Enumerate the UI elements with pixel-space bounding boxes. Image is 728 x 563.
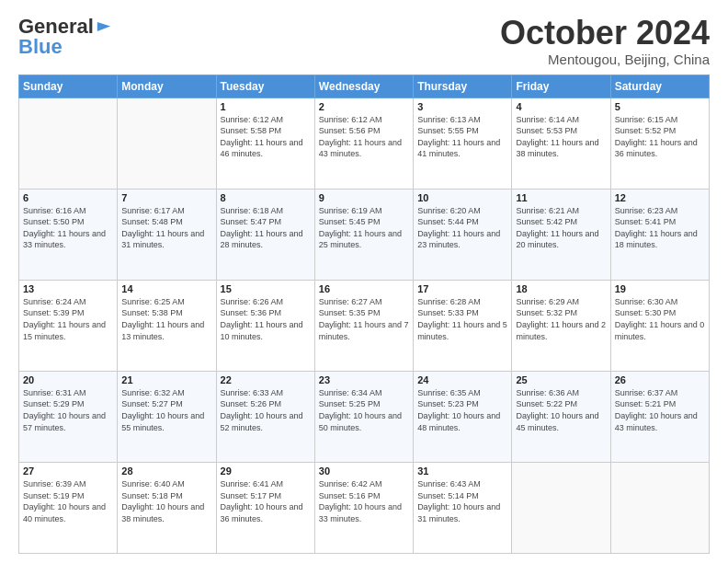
day-info: Sunrise: 6:35 AM Sunset: 5:23 PM Dayligh…	[417, 387, 507, 433]
day-info: Sunrise: 6:16 AM Sunset: 5:50 PM Dayligh…	[23, 205, 113, 251]
day-number: 11	[516, 192, 606, 203]
day-number: 9	[319, 192, 409, 203]
title-area: October 2024 Mentougou, Beijing, China	[500, 15, 710, 67]
day-number: 18	[516, 283, 606, 294]
day-number: 31	[417, 465, 507, 477]
day-info: Sunrise: 6:19 AM Sunset: 5:45 PM Dayligh…	[319, 205, 409, 251]
calendar-cell: 30Sunrise: 6:42 AM Sunset: 5:16 PM Dayli…	[314, 462, 413, 553]
day-info: Sunrise: 6:41 AM Sunset: 5:17 PM Dayligh…	[221, 478, 311, 524]
day-info: Sunrise: 6:42 AM Sunset: 5:16 PM Dayligh…	[319, 478, 409, 524]
day-info: Sunrise: 6:25 AM Sunset: 5:38 PM Dayligh…	[121, 296, 211, 342]
calendar-cell	[19, 98, 118, 189]
calendar-cell: 10Sunrise: 6:20 AM Sunset: 5:44 PM Dayli…	[414, 189, 512, 280]
day-number: 20	[23, 374, 113, 385]
calendar-cell: 3Sunrise: 6:13 AM Sunset: 5:55 PM Daylig…	[414, 98, 512, 189]
day-info: Sunrise: 6:27 AM Sunset: 5:35 PM Dayligh…	[319, 296, 409, 342]
header: General Blue October 2024 Mentougou, Bei…	[18, 15, 710, 67]
day-number: 3	[417, 101, 507, 112]
calendar-cell: 28Sunrise: 6:40 AM Sunset: 5:18 PM Dayli…	[118, 462, 216, 553]
day-number: 23	[319, 374, 409, 385]
calendar-cell: 22Sunrise: 6:33 AM Sunset: 5:26 PM Dayli…	[216, 371, 314, 462]
calendar-cell: 9Sunrise: 6:19 AM Sunset: 5:45 PM Daylig…	[314, 189, 413, 280]
day-info: Sunrise: 6:24 AM Sunset: 5:39 PM Dayligh…	[23, 296, 113, 342]
weekday-wednesday: Wednesday	[314, 75, 413, 98]
day-info: Sunrise: 6:15 AM Sunset: 5:52 PM Dayligh…	[615, 114, 705, 160]
calendar-table: SundayMondayTuesdayWednesdayThursdayFrid…	[18, 75, 710, 554]
week-row-4: 20Sunrise: 6:31 AM Sunset: 5:29 PM Dayli…	[19, 371, 710, 462]
day-number: 1	[221, 101, 311, 112]
calendar-cell: 17Sunrise: 6:28 AM Sunset: 5:33 PM Dayli…	[414, 280, 512, 371]
day-number: 19	[615, 283, 705, 294]
day-info: Sunrise: 6:14 AM Sunset: 5:53 PM Dayligh…	[516, 114, 606, 160]
day-number: 5	[615, 101, 705, 112]
weekday-sunday: Sunday	[19, 75, 118, 98]
weekday-tuesday: Tuesday	[216, 75, 314, 98]
day-info: Sunrise: 6:13 AM Sunset: 5:55 PM Dayligh…	[417, 114, 507, 160]
calendar-cell: 23Sunrise: 6:34 AM Sunset: 5:25 PM Dayli…	[314, 371, 413, 462]
logo-arrow-icon	[96, 20, 112, 33]
week-row-2: 6Sunrise: 6:16 AM Sunset: 5:50 PM Daylig…	[19, 189, 710, 280]
day-number: 12	[615, 192, 705, 203]
weekday-friday: Friday	[512, 75, 610, 98]
day-info: Sunrise: 6:33 AM Sunset: 5:26 PM Dayligh…	[221, 387, 311, 433]
day-info: Sunrise: 6:37 AM Sunset: 5:21 PM Dayligh…	[615, 387, 705, 433]
calendar-cell: 24Sunrise: 6:35 AM Sunset: 5:23 PM Dayli…	[414, 371, 512, 462]
logo-blue: Blue	[18, 35, 63, 59]
calendar-cell: 14Sunrise: 6:25 AM Sunset: 5:38 PM Dayli…	[118, 280, 216, 371]
week-row-3: 13Sunrise: 6:24 AM Sunset: 5:39 PM Dayli…	[19, 280, 710, 371]
day-info: Sunrise: 6:21 AM Sunset: 5:42 PM Dayligh…	[516, 205, 606, 251]
calendar-cell: 1Sunrise: 6:12 AM Sunset: 5:58 PM Daylig…	[216, 98, 314, 189]
day-number: 21	[121, 374, 211, 385]
svg-marker-0	[97, 22, 110, 31]
calendar-cell: 20Sunrise: 6:31 AM Sunset: 5:29 PM Dayli…	[19, 371, 118, 462]
calendar-cell: 12Sunrise: 6:23 AM Sunset: 5:41 PM Dayli…	[610, 189, 709, 280]
calendar-cell: 6Sunrise: 6:16 AM Sunset: 5:50 PM Daylig…	[19, 189, 118, 280]
weekday-monday: Monday	[118, 75, 216, 98]
day-number: 15	[221, 283, 311, 294]
calendar-cell: 15Sunrise: 6:26 AM Sunset: 5:36 PM Dayli…	[216, 280, 314, 371]
day-info: Sunrise: 6:26 AM Sunset: 5:36 PM Dayligh…	[221, 296, 311, 342]
calendar-cell: 29Sunrise: 6:41 AM Sunset: 5:17 PM Dayli…	[216, 462, 314, 553]
day-info: Sunrise: 6:31 AM Sunset: 5:29 PM Dayligh…	[23, 387, 113, 433]
day-info: Sunrise: 6:12 AM Sunset: 5:58 PM Dayligh…	[221, 114, 311, 160]
day-number: 28	[121, 465, 211, 477]
day-info: Sunrise: 6:29 AM Sunset: 5:32 PM Dayligh…	[516, 296, 606, 342]
calendar-cell: 2Sunrise: 6:12 AM Sunset: 5:56 PM Daylig…	[314, 98, 413, 189]
day-info: Sunrise: 6:18 AM Sunset: 5:47 PM Dayligh…	[221, 205, 311, 251]
day-number: 13	[23, 283, 113, 294]
day-info: Sunrise: 6:30 AM Sunset: 5:30 PM Dayligh…	[615, 296, 705, 342]
day-number: 10	[417, 192, 507, 203]
day-info: Sunrise: 6:12 AM Sunset: 5:56 PM Dayligh…	[319, 114, 409, 160]
calendar-cell: 26Sunrise: 6:37 AM Sunset: 5:21 PM Dayli…	[610, 371, 709, 462]
day-number: 25	[516, 374, 606, 385]
day-number: 4	[516, 101, 606, 112]
calendar-cell: 21Sunrise: 6:32 AM Sunset: 5:27 PM Dayli…	[118, 371, 216, 462]
month-title: October 2024	[500, 15, 710, 52]
day-info: Sunrise: 6:23 AM Sunset: 5:41 PM Dayligh…	[615, 205, 705, 251]
calendar-cell: 7Sunrise: 6:17 AM Sunset: 5:48 PM Daylig…	[118, 189, 216, 280]
week-row-1: 1Sunrise: 6:12 AM Sunset: 5:58 PM Daylig…	[19, 98, 710, 189]
calendar-cell: 18Sunrise: 6:29 AM Sunset: 5:32 PM Dayli…	[512, 280, 610, 371]
day-number: 30	[319, 465, 409, 477]
calendar-cell: 11Sunrise: 6:21 AM Sunset: 5:42 PM Dayli…	[512, 189, 610, 280]
day-number: 29	[221, 465, 311, 477]
weekday-thursday: Thursday	[414, 75, 512, 98]
calendar-cell: 13Sunrise: 6:24 AM Sunset: 5:39 PM Dayli…	[19, 280, 118, 371]
location-subtitle: Mentougou, Beijing, China	[500, 52, 710, 67]
day-number: 24	[417, 374, 507, 385]
day-info: Sunrise: 6:39 AM Sunset: 5:19 PM Dayligh…	[23, 478, 113, 524]
calendar-cell	[512, 462, 610, 553]
day-info: Sunrise: 6:17 AM Sunset: 5:48 PM Dayligh…	[121, 205, 211, 251]
day-info: Sunrise: 6:36 AM Sunset: 5:22 PM Dayligh…	[516, 387, 606, 433]
day-info: Sunrise: 6:20 AM Sunset: 5:44 PM Dayligh…	[417, 205, 507, 251]
day-number: 2	[319, 101, 409, 112]
day-number: 22	[221, 374, 311, 385]
day-info: Sunrise: 6:40 AM Sunset: 5:18 PM Dayligh…	[121, 478, 211, 524]
day-number: 6	[23, 192, 113, 203]
day-info: Sunrise: 6:43 AM Sunset: 5:14 PM Dayligh…	[417, 478, 507, 524]
day-number: 26	[615, 374, 705, 385]
calendar-cell	[610, 462, 709, 553]
day-number: 14	[121, 283, 211, 294]
logo: General Blue	[18, 15, 112, 59]
weekday-saturday: Saturday	[610, 75, 709, 98]
